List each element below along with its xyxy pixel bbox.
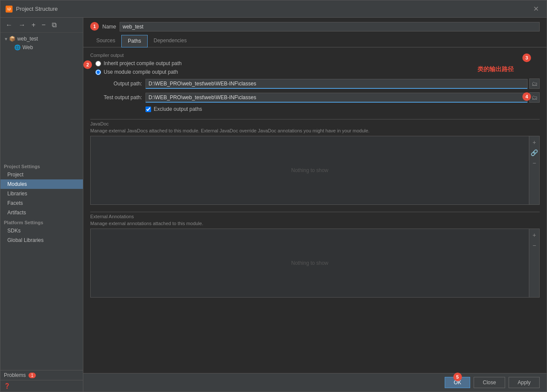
tree-child-label: Web (22, 44, 33, 50)
add-button[interactable]: + (30, 20, 37, 30)
sidebar-item-libraries[interactable]: Libraries (0, 189, 83, 198)
javadoc-box: Nothing to show + 🔗 − (90, 136, 540, 205)
left-panel: ← → + − ⧉ ▼ 📦 web_test 🌐 Web (0, 18, 83, 392)
test-output-input[interactable] (145, 93, 528, 103)
module-icon: 📦 (9, 36, 16, 42)
project-settings-section: Project Settings Project Modules Librari… (0, 161, 83, 217)
javadoc-add-btn[interactable]: + (530, 138, 539, 147)
close-dialog-button[interactable]: Close (474, 377, 505, 388)
tabs-row: Sources Paths Dependencies (83, 35, 547, 47)
problems-badge: 1 (28, 373, 36, 378)
tab-dependencies[interactable]: Dependencies (148, 35, 193, 47)
forward-button[interactable]: → (17, 20, 27, 30)
test-output-path-row: Test output path: 🗂 (90, 92, 540, 103)
ext-annotations-box: Nothing to show + − (90, 229, 540, 298)
exclude-label: Exclude output paths (154, 106, 202, 112)
ext-annotations-section: External Annotations Manage external ann… (90, 212, 540, 298)
ext-annotations-desc: Manage external annotations attached to … (90, 221, 540, 226)
help-button[interactable]: ❓ (0, 380, 83, 392)
close-button[interactable]: ✕ (531, 4, 541, 14)
web-icon: 🌐 (14, 44, 21, 50)
back-button[interactable]: ← (4, 20, 14, 30)
radio-inherit-label: Inherit project compile output path (104, 60, 182, 66)
test-output-label: Test output path: (90, 94, 142, 100)
javadoc-link-btn[interactable]: 🔗 (530, 148, 539, 157)
output-path-label: Output path: (90, 81, 142, 87)
javadoc-empty-label: Nothing to show (291, 167, 328, 173)
radio-inherit-row: Inherit project compile output path (95, 60, 540, 66)
radio-inherit[interactable] (95, 61, 101, 66)
ext-annotations-label: External Annotations (90, 212, 540, 219)
exclude-checkbox[interactable] (145, 107, 151, 112)
sidebar-item-modules[interactable]: Modules (0, 179, 83, 189)
name-label: Name (102, 24, 116, 30)
ext-remove-btn[interactable]: − (530, 241, 539, 250)
tree-root-label: web_test (17, 36, 38, 42)
right-panel: 1 Name Sources Paths Dependencies Compil… (83, 18, 547, 392)
problems-row[interactable]: Problems 1 (0, 370, 83, 380)
javadoc-section: JavaDoc Manage external JavaDocs attache… (90, 119, 540, 205)
dialog-title: Project Structure (16, 6, 531, 12)
sidebar-item-sdks[interactable]: SDKs (0, 226, 83, 235)
apply-button[interactable]: Apply (509, 377, 540, 388)
chinese-annotation: 类的输出路径 (477, 66, 514, 73)
platform-settings-label: Platform Settings (0, 217, 83, 226)
project-structure-dialog: IJ Project Structure ✕ ← → + − ⧉ ▼ 📦 web… (0, 0, 547, 392)
radio-use-module-label: Use module compile output path (104, 69, 178, 75)
javadoc-toolbar: + 🔗 − (529, 136, 539, 204)
tree-child-web[interactable]: 🌐 Web (0, 43, 83, 52)
bottom-bar: 5 OK Close Apply (83, 373, 547, 392)
javadoc-remove-btn[interactable]: − (530, 159, 539, 167)
sidebar-item-facets[interactable]: Facets (0, 198, 83, 208)
problems-label: Problems (4, 372, 26, 378)
tab-paths[interactable]: Paths (121, 35, 148, 47)
output-path-input[interactable] (145, 79, 528, 89)
platform-settings-section: Platform Settings SDKs Global Libraries (0, 217, 83, 245)
tab-sources[interactable]: Sources (90, 35, 121, 47)
ok-badge-wrapper: 5 OK (445, 377, 470, 388)
radio-use-module[interactable] (95, 69, 101, 75)
compiler-output-section: Compiler output 2 Inherit project compil… (90, 53, 540, 112)
step1-badge: 1 (90, 22, 99, 31)
module-name-input[interactable] (120, 22, 540, 31)
ext-annotations-toolbar: + − (529, 229, 539, 297)
title-bar: IJ Project Structure ✕ (0, 0, 547, 18)
radio-group: 2 Inherit project compile output path Us… (95, 60, 540, 75)
left-toolbar: ← → + − ⧉ (0, 18, 83, 33)
javadoc-description: Manage external JavaDocs attached to thi… (90, 128, 540, 133)
radio-module-row: Use module compile output path (95, 69, 540, 75)
chevron-down-icon: ▼ (4, 37, 8, 41)
name-row: 1 Name (83, 18, 547, 35)
project-settings-label: Project Settings (0, 161, 83, 170)
compiler-output-label: Compiler output (90, 53, 540, 58)
dialog-body: ← → + − ⧉ ▼ 📦 web_test 🌐 Web (0, 18, 547, 392)
module-tree: ▼ 📦 web_test 🌐 Web (0, 33, 83, 161)
remove-button[interactable]: − (40, 20, 47, 30)
step4-badge: 4 (522, 92, 531, 101)
javadoc-label: JavaDoc (90, 119, 540, 126)
copy-button[interactable]: ⧉ (50, 20, 58, 30)
output-path-folder-btn[interactable]: 🗂 (529, 78, 540, 89)
app-icon: IJ (6, 6, 13, 13)
output-path-row: Output path: 🗂 (90, 78, 540, 89)
exclude-checkbox-row: Exclude output paths (145, 106, 540, 112)
sidebar-item-project[interactable]: Project (0, 170, 83, 179)
step3-badge: 3 (522, 53, 531, 62)
content-area: Compiler output 2 Inherit project compil… (83, 47, 547, 373)
step5-badge: 5 (453, 373, 462, 381)
ext-annotations-empty-label: Nothing to show (291, 260, 328, 266)
ext-add-btn[interactable]: + (530, 231, 539, 239)
sidebar-item-artifacts[interactable]: Artifacts (0, 208, 83, 217)
sidebar-item-global-libraries[interactable]: Global Libraries (0, 235, 83, 245)
step2-badge: 2 (83, 60, 92, 69)
tree-root-item[interactable]: ▼ 📦 web_test (0, 34, 83, 43)
